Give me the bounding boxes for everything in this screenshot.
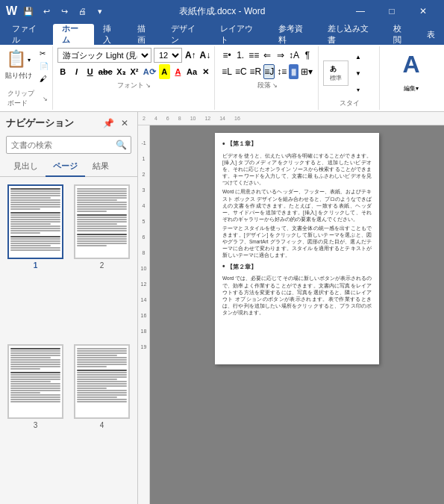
tab-draw[interactable]: 描画 bbox=[128, 24, 162, 45]
align-left-btn[interactable]: ≡L bbox=[221, 64, 233, 79]
nav-page-3[interactable]: 3 bbox=[6, 344, 65, 497]
text-effects-btn[interactable]: A⟳ bbox=[143, 64, 157, 79]
navigation-panel: ナビゲーション 📌 ✕ 🔍 見出し ページ 結果 bbox=[0, 112, 138, 504]
doc-para-2: Word に用意されているヘッダー、フッター、表紙、およびテキスト ボックス デ… bbox=[222, 188, 372, 222]
tab-table[interactable]: 表 bbox=[418, 24, 444, 45]
multilevel-list-btn[interactable]: ≡≡ bbox=[248, 48, 260, 63]
doc-para-4: Word では、必要に応じてその場に新しいボタンが表示されるので、効率よく作業す… bbox=[222, 275, 372, 316]
paste-button[interactable]: 📋 ▾ bbox=[3, 48, 34, 70]
nav-page-2[interactable]: 2 bbox=[72, 184, 131, 337]
tab-design[interactable]: デザイン bbox=[162, 24, 212, 45]
sort-btn[interactable]: ↕A bbox=[288, 48, 300, 63]
nav-page-4[interactable]: 4 bbox=[72, 344, 131, 497]
change-case-btn[interactable]: Aa bbox=[186, 64, 198, 79]
nav-tab-headings[interactable]: 見出し bbox=[6, 157, 46, 177]
doc-para-3: テーマとスタイルを使って、文書全体の統一感を出すこともできます。[デザイン] を… bbox=[222, 225, 372, 258]
tab-review[interactable]: 校閲 bbox=[384, 24, 418, 45]
styles-group: あ 標準 ▲ ▼ ▾ スタイ bbox=[320, 46, 380, 110]
font-color-btn[interactable]: A bbox=[172, 64, 184, 79]
normal-style-btn[interactable]: あ 標準 bbox=[323, 60, 348, 86]
shading-btn[interactable]: ▓ bbox=[289, 64, 298, 79]
doc-para-1: ビデオを使うと、伝えたい内容を明確にすることができます。[挿入] タブのメディア… bbox=[222, 152, 372, 186]
tab-file[interactable]: ファイル bbox=[3, 24, 53, 45]
nav-pin-btn[interactable]: 📌 bbox=[101, 116, 115, 130]
styles-scroll-down[interactable]: ▼ bbox=[350, 66, 366, 81]
underline-button[interactable]: U bbox=[84, 64, 96, 79]
window-controls: — □ ✕ bbox=[345, 0, 438, 22]
nav-search-wrap: 🔍 bbox=[6, 136, 131, 154]
big-a-btn[interactable]: A bbox=[399, 51, 422, 78]
line-spacing-btn[interactable]: ↕≡ bbox=[276, 64, 287, 79]
border-btn[interactable]: ⊞▾ bbox=[300, 64, 313, 79]
paragraph-group: ≡• 1. ≡≡ ⇐ ⇒ ↕A ¶ ≡L ≡C ≡R ≡J ↕≡ ▓ ⊞▾ 段落… bbox=[216, 46, 319, 110]
nav-page-2-number: 2 bbox=[100, 261, 104, 270]
nav-pages: 1 bbox=[0, 177, 137, 504]
doc-heading-2: 【第２章】 bbox=[222, 261, 372, 272]
maximize-button[interactable]: □ bbox=[377, 0, 407, 22]
tab-home[interactable]: ホーム bbox=[53, 24, 95, 45]
bold-button[interactable]: B bbox=[57, 64, 69, 79]
font-size-select[interactable]: 12 bbox=[154, 48, 182, 63]
subscript-button[interactable]: X₂ bbox=[115, 64, 126, 79]
window-title: 表紙作成.docx - Word bbox=[179, 5, 266, 18]
align-right-btn[interactable]: ≡R bbox=[249, 64, 263, 79]
print-quick-btn[interactable]: 🖨 bbox=[75, 4, 89, 18]
text-highlight-btn[interactable]: A bbox=[159, 64, 170, 79]
align-center-btn[interactable]: ≡C bbox=[234, 64, 248, 79]
styles-expand[interactable]: ▾ bbox=[350, 82, 366, 97]
show-marks-btn[interactable]: ¶ bbox=[301, 48, 313, 63]
increase-indent-btn[interactable]: ⇒ bbox=[275, 48, 287, 63]
minimize-button[interactable]: — bbox=[345, 0, 375, 22]
nav-search-bar: 🔍 bbox=[0, 133, 137, 157]
justify-btn[interactable]: ≡J bbox=[263, 64, 275, 79]
ribbon: 📋 ▾ 貼り付け ✂ 📄 🖌 クリップボード ↘ 游ゴシ bbox=[0, 45, 444, 112]
nav-page-2-thumb bbox=[74, 184, 130, 259]
editing-btn1[interactable]: 編集▾ bbox=[403, 81, 419, 96]
nav-search-input[interactable] bbox=[6, 136, 131, 154]
nav-close-btn[interactable]: ✕ bbox=[118, 116, 131, 130]
clear-format-btn[interactable]: ✕ bbox=[200, 64, 211, 79]
strikethrough-button[interactable]: abc bbox=[98, 64, 113, 79]
editing-group: A 編集▾ bbox=[381, 46, 441, 110]
bullets-btn[interactable]: ≡• bbox=[221, 48, 233, 63]
tab-mailings[interactable]: 差し込み文書 bbox=[319, 24, 384, 45]
nav-controls: 📌 ✕ bbox=[101, 116, 131, 130]
copy-button[interactable]: 📄 bbox=[37, 60, 51, 72]
nav-header: ナビゲーション 📌 ✕ bbox=[0, 112, 137, 133]
tab-references[interactable]: 参考資料 bbox=[269, 24, 319, 45]
numbering-btn[interactable]: 1. bbox=[234, 48, 246, 63]
font-name-select[interactable]: 游ゴシック Light (見出しのフォ... bbox=[57, 48, 151, 63]
ruler-horizontal: 2 4 6 8 10 12 14 16 bbox=[138, 112, 444, 125]
font-grow-btn[interactable]: A↑ bbox=[184, 48, 197, 63]
styles-scroll-up[interactable]: ▲ bbox=[350, 49, 366, 64]
decrease-indent-btn[interactable]: ⇐ bbox=[261, 48, 273, 63]
nav-page-3-thumb bbox=[7, 344, 63, 419]
customize-quick-btn[interactable]: ▾ bbox=[93, 4, 107, 18]
search-icon: 🔍 bbox=[116, 140, 127, 150]
superscript-button[interactable]: X² bbox=[128, 64, 140, 79]
tab-insert[interactable]: 挿入 bbox=[94, 24, 128, 45]
save-quick-btn[interactable]: 💾 bbox=[22, 4, 35, 18]
undo-quick-btn[interactable]: ↩ bbox=[40, 4, 53, 18]
font-shrink-btn[interactable]: A↓ bbox=[199, 48, 212, 63]
close-button[interactable]: ✕ bbox=[408, 0, 438, 22]
document-area: 【第１章】 ビデオを使うと、伝えたい内容を明確にすることができます。[挿入] タ… bbox=[150, 125, 444, 504]
nav-tab-pages[interactable]: ページ bbox=[46, 157, 85, 177]
right-content: 2 4 6 8 10 12 14 16 -1 1 2 3 4 5 6 bbox=[138, 112, 444, 504]
paste-label: 貼り付け bbox=[5, 71, 32, 81]
format-painter-button[interactable]: 🖌 bbox=[37, 73, 51, 84]
redo-quick-btn[interactable]: ↪ bbox=[57, 4, 71, 18]
nav-page-1[interactable]: 1 bbox=[6, 184, 65, 337]
cut-button[interactable]: ✂ bbox=[37, 48, 51, 59]
document-page: 【第１章】 ビデオを使うと、伝えたい内容を明確にすることができます。[挿入] タ… bbox=[215, 133, 379, 364]
ruler-and-doc: -1 1 2 3 4 5 6 8 10 12 14 16 18 19 bbox=[138, 125, 444, 504]
nav-page-4-thumb bbox=[74, 344, 130, 419]
ruler-vertical: -1 1 2 3 4 5 6 8 10 12 14 16 18 19 bbox=[138, 125, 150, 504]
tab-layout[interactable]: レイアウト bbox=[211, 24, 269, 45]
clipboard-label: クリップボード ↘ bbox=[7, 89, 48, 108]
nav-tab-results[interactable]: 結果 bbox=[85, 157, 116, 177]
word-icon: W bbox=[6, 4, 17, 18]
nav-tabs: 見出し ページ 結果 bbox=[0, 157, 137, 177]
italic-button[interactable]: I bbox=[71, 64, 82, 79]
title-bar: W 💾 ↩ ↪ 🖨 ▾ 表紙作成.docx - Word — □ ✕ bbox=[0, 0, 444, 22]
